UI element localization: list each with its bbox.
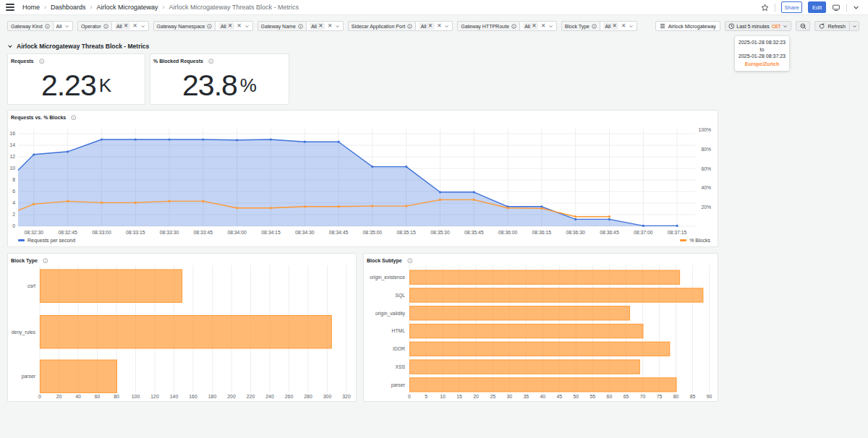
svg-text:320: 320: [342, 394, 351, 399]
info-icon[interactable]: [39, 59, 45, 64]
svg-text:08:37:00: 08:37:00: [634, 230, 653, 235]
remove-chip-icon[interactable]: ✕: [124, 23, 128, 29]
svg-text:8: 8: [12, 177, 15, 182]
svg-text:origin_validity: origin_validity: [375, 311, 406, 317]
clear-filter-icon[interactable]: ✕: [237, 23, 242, 29]
svg-text:2: 2: [12, 212, 15, 217]
svg-text:90: 90: [707, 394, 712, 399]
clear-filter-icon[interactable]: ✕: [621, 23, 626, 29]
remove-chip-icon[interactable]: ✕: [532, 23, 536, 29]
filter-label[interactable]: Gateway Name: [258, 21, 306, 31]
legend-percent-blocks[interactable]: % Blocks: [680, 238, 710, 243]
filter-value-dropdown[interactable]: All✕ ✕: [600, 21, 637, 31]
filter-value-dropdown[interactable]: All✕ ✕: [519, 21, 557, 31]
panel-header[interactable]: Requests: [10, 57, 142, 65]
remove-chip-icon[interactable]: ✕: [228, 23, 232, 29]
filter-chip-text: All: [421, 24, 427, 29]
breadcrumb-home[interactable]: Home: [22, 4, 40, 11]
filter-sidecar-application-port: Sidecar Application Port All✕ ✕: [348, 21, 453, 31]
svg-text:85: 85: [690, 394, 696, 399]
svg-text:parser: parser: [391, 382, 406, 388]
share-button[interactable]: Share: [781, 1, 802, 13]
svg-text:08:36:00: 08:36:00: [498, 230, 518, 235]
tv-mode-icon[interactable]: [832, 4, 841, 12]
menu-icon[interactable]: [6, 4, 14, 11]
clear-filter-icon[interactable]: ✕: [541, 23, 546, 29]
info-icon[interactable]: [208, 59, 214, 64]
info-icon: [298, 24, 303, 29]
clear-filter-icon[interactable]: ✕: [328, 23, 333, 29]
remove-chip-icon[interactable]: ✕: [318, 23, 323, 29]
filter-label[interactable]: Sidecar Application Port: [348, 21, 415, 31]
svg-text:08:34:45: 08:34:45: [329, 230, 349, 235]
panel-title: Requests: [11, 59, 34, 64]
svg-text:15: 15: [456, 394, 462, 399]
filter-label[interactable]: Gateway Kind: [7, 21, 53, 31]
chevron-down-icon: [629, 24, 634, 29]
svg-text:30: 30: [506, 394, 512, 399]
dashboard-switch-button[interactable]: Airlock Microgateway: [655, 21, 720, 31]
svg-text:40: 40: [540, 394, 545, 399]
block-type-chart[interactable]: 0204060801001201401601802002202402602803…: [8, 254, 357, 403]
filter-gateway-kind: Gateway Kind All: [7, 21, 73, 31]
zoom-out-button[interactable]: [796, 21, 810, 31]
filter-chip[interactable]: All✕: [523, 22, 538, 30]
svg-text:08:34:30: 08:34:30: [295, 230, 315, 235]
dashboard-switch-label: Airlock Microgateway: [668, 24, 716, 29]
svg-text:160: 160: [189, 394, 197, 399]
legend-label: % Blocks: [689, 238, 710, 243]
svg-text:100%: 100%: [699, 127, 711, 132]
dashboard-row-toggle[interactable]: Airlock Microgateway Threats Block - Met…: [7, 41, 149, 51]
remove-chip-icon[interactable]: ✕: [428, 23, 433, 29]
legend-requests-per-second[interactable]: Requests per second: [18, 238, 75, 243]
chevron-down-icon: [783, 24, 788, 29]
edit-button[interactable]: Edit: [808, 1, 826, 13]
tooltip-to: 2025-01-28 08:37:23: [738, 53, 786, 60]
panel-requests: Requests 2.23 K: [7, 53, 145, 105]
filter-value-dropdown[interactable]: All✕ ✕: [415, 21, 453, 31]
filter-block-type: Block Type All✕ ✕: [561, 21, 637, 31]
filter-label[interactable]: Gateway Namespace: [153, 21, 216, 31]
filter-chip-text: All: [524, 24, 530, 29]
star-icon[interactable]: [761, 4, 769, 12]
svg-text:HTML: HTML: [391, 328, 405, 333]
filter-value-dropdown[interactable]: All✕ ✕: [215, 21, 252, 31]
clear-filter-icon[interactable]: ✕: [132, 23, 137, 29]
svg-text:08:35:30: 08:35:30: [430, 230, 450, 235]
filter-value-dropdown[interactable]: All✕ ✕: [306, 21, 344, 31]
filter-chip-text: All: [605, 24, 610, 29]
panel-header[interactable]: % Blocked Requests: [153, 57, 286, 65]
svg-text:55: 55: [590, 394, 596, 399]
refresh-icon: [819, 23, 825, 30]
stat-number: 2.23: [41, 71, 96, 100]
refresh-interval-dropdown[interactable]: [850, 21, 859, 31]
chevron-down-icon[interactable]: [853, 4, 859, 11]
info-icon: [207, 24, 212, 29]
filter-chip[interactable]: All✕: [419, 22, 434, 30]
filter-chip[interactable]: All✕: [603, 22, 618, 30]
time-range-label: Last 5 minutes: [736, 24, 770, 29]
refresh-button[interactable]: Refresh: [814, 21, 850, 31]
timeseries-chart[interactable]: 08:32:3008:32:4508:33:0008:33:1508:33:30…: [8, 111, 719, 248]
filter-chip[interactable]: All✕: [310, 22, 325, 30]
filter-chip[interactable]: All✕: [218, 22, 234, 30]
time-picker[interactable]: Last 5 minutes CET: [725, 21, 792, 31]
zoom-out-icon: [800, 23, 807, 30]
filter-label[interactable]: Block Type: [561, 21, 600, 31]
filter-gateway-httproute: Gateway HTTPRoute All✕ ✕: [457, 21, 557, 31]
filter-label[interactable]: Gateway HTTPRoute: [457, 21, 519, 31]
info-icon: [511, 24, 516, 29]
filter-value-dropdown[interactable]: All: [53, 21, 73, 31]
filter-gateway-name: Gateway Name All✕ ✕: [258, 21, 344, 31]
filter-chip[interactable]: All✕: [115, 22, 130, 30]
filter-value-dropdown[interactable]: All✕ ✕: [111, 21, 149, 31]
breadcrumb-dashboards[interactable]: Dashboards: [51, 4, 86, 11]
breadcrumb-folder[interactable]: Airlock Microgateway: [97, 4, 158, 11]
filter-label[interactable]: Operator: [77, 21, 111, 31]
remove-chip-icon[interactable]: ✕: [613, 23, 617, 29]
info-icon: [592, 24, 597, 29]
svg-text:6: 6: [12, 189, 15, 194]
svg-text:10: 10: [9, 166, 15, 171]
clear-filter-icon[interactable]: ✕: [437, 23, 442, 29]
block-subtype-chart[interactable]: 051015202530354045505560657075808590orig…: [364, 254, 719, 403]
